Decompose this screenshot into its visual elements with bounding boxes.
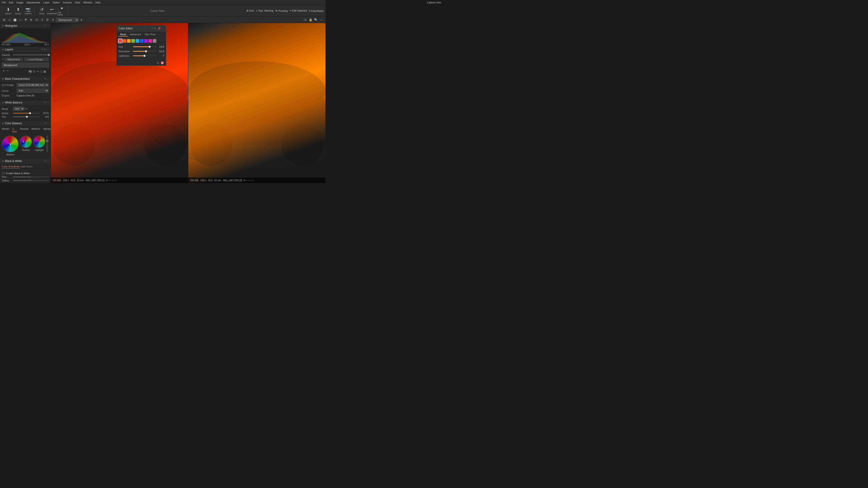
layer-erase-icon[interactable]: ◻ xyxy=(40,70,42,73)
red-slider[interactable] xyxy=(13,176,49,177)
menu-camera[interactable]: Camera xyxy=(63,1,72,4)
midtone-wheel[interactable] xyxy=(2,135,19,153)
add-layer-icon[interactable]: + xyxy=(3,69,5,74)
menu-edit[interactable]: Edit xyxy=(9,1,13,4)
ce-sample-icon[interactable]: 🎯 xyxy=(160,61,164,65)
curve-select[interactable]: Auto xyxy=(17,89,49,93)
remove-layer-icon[interactable]: − xyxy=(6,69,8,74)
wb-tint-slider[interactable] xyxy=(13,116,40,117)
background-layer-item[interactable]: Background xyxy=(2,63,49,68)
base-char-more[interactable]: ··· xyxy=(47,77,49,80)
vert-slider-track[interactable] xyxy=(46,135,48,153)
ce-hue-slider[interactable] xyxy=(133,46,157,47)
ce-saturation-slider[interactable] xyxy=(133,51,157,52)
layer-selector[interactable]: Background xyxy=(56,18,79,22)
grid-view-icon[interactable]: ⊞ xyxy=(2,18,6,22)
menu-window[interactable]: Window xyxy=(84,1,92,4)
ce-tab-skin-tone[interactable]: Skin Tone xyxy=(143,33,157,37)
ce-more-icon[interactable]: ··· xyxy=(162,27,164,30)
square-icon[interactable]: □ xyxy=(18,18,23,22)
wb-help[interactable]: ? xyxy=(44,101,46,104)
wb-eyedropper-icon[interactable]: ✒ xyxy=(25,107,28,110)
layers-edit-icon[interactable]: ✎ xyxy=(44,48,46,51)
ce-pin-icon[interactable]: 📌 xyxy=(158,27,161,30)
shadow-wheel[interactable] xyxy=(20,135,32,148)
swatch-purple[interactable] xyxy=(144,39,148,43)
cb-tab-midtone[interactable]: Midtone xyxy=(31,127,40,133)
layer-camera-icon[interactable]: 📷 xyxy=(29,70,32,73)
single-view-icon[interactable]: ▭ xyxy=(7,18,12,22)
yellow-slider[interactable] xyxy=(13,180,49,181)
adjustment-button[interactable]: Adjustment xyxy=(4,58,23,61)
menu-help[interactable]: Help xyxy=(95,1,101,4)
tag-icon[interactable]: 🏷 xyxy=(34,18,39,22)
bw-tab-color-sensitivity[interactable]: Color Sensitivity xyxy=(2,165,20,168)
menu-file[interactable]: File xyxy=(2,1,6,4)
wand-icon[interactable]: ✦ xyxy=(51,18,55,22)
histogram-help-icon[interactable]: ? xyxy=(44,24,46,27)
vert-slider-handle[interactable] xyxy=(46,140,49,142)
histogram-header[interactable]: ▼ Histogram ? ··· xyxy=(0,23,51,29)
wb-mode-select[interactable]: Shot xyxy=(13,107,24,111)
menu-view[interactable]: View xyxy=(75,1,80,4)
color-balance-header[interactable]: ▼ Color Balance ? ··· xyxy=(0,121,51,126)
auto-adjust-button[interactable]: ✦ Auto Adjust xyxy=(57,6,66,16)
swatch-yellow[interactable] xyxy=(127,39,131,43)
flag-icon[interactable]: ⚑ xyxy=(24,18,28,22)
wb-more[interactable]: ··· xyxy=(47,101,49,104)
capture-button[interactable]: 📷 Capture xyxy=(24,6,33,16)
cb-more[interactable]: ··· xyxy=(47,122,49,125)
swatch-gray[interactable] xyxy=(153,39,156,43)
layer-list-icon[interactable]: ☰ xyxy=(33,70,36,73)
bw-header[interactable]: ▼ Black & White ? ··· xyxy=(0,158,51,164)
luma-range-button[interactable]: Luma Range... xyxy=(24,58,49,61)
right-image-pane[interactable]: ISO 800 1/60 s f/5.6 22 mm IMG_1667.CR3 … xyxy=(188,23,326,183)
import-button[interactable]: ⬇ Import xyxy=(4,6,13,16)
zoom-lock-icon[interactable]: 🔒 xyxy=(308,18,313,22)
undo-redo-button[interactable]: ↩ Undo/Redo xyxy=(47,6,56,16)
layers-more-icon[interactable]: ··· xyxy=(47,48,49,51)
menu-adjustments[interactable]: Adjustments xyxy=(26,1,40,4)
white-balance-header[interactable]: ▼ White Balance ? ··· xyxy=(0,100,51,105)
zoom-icon[interactable]: 🔍 xyxy=(314,18,318,22)
layers-help-icon[interactable]: ? xyxy=(41,48,43,51)
swatch-magenta[interactable] xyxy=(149,39,152,43)
swatch-orange[interactable] xyxy=(123,39,126,43)
bw-more[interactable]: ··· xyxy=(47,160,49,162)
circle-icon[interactable]: ⬤ xyxy=(13,18,17,22)
copy-apply-button[interactable]: ⎘ Copy/Apply xyxy=(309,9,324,12)
exp-warning-button[interactable]: ⚠ Exp. Warning xyxy=(256,9,274,12)
highlight-wheel[interactable] xyxy=(33,135,45,148)
menu-image[interactable]: Image xyxy=(17,1,24,4)
ce-lightness-slider[interactable] xyxy=(133,55,157,56)
ce-tab-basic[interactable]: Basic xyxy=(119,33,128,37)
menu-select[interactable]: Select xyxy=(53,1,60,4)
edit-selected-button[interactable]: ✏ Edit Selected xyxy=(289,9,307,12)
cb-tab-highlight[interactable]: Highlight xyxy=(43,127,51,133)
settings-icon[interactable]: ⚙ xyxy=(45,18,50,22)
grid-button[interactable]: ⊞ Grid xyxy=(246,9,254,12)
star-icon[interactable]: ★ xyxy=(29,18,33,22)
enable-bw-checkbox[interactable] xyxy=(2,172,4,175)
menu-layer[interactable]: Layer xyxy=(43,1,50,4)
layers-header[interactable]: ▼ Layers ? ✎ ··· xyxy=(0,47,51,52)
ce-help-icon[interactable]: ? xyxy=(151,27,153,30)
ce-reset-icon[interactable]: ⟲ xyxy=(157,61,159,65)
ce-tab-advanced[interactable]: Advanced xyxy=(128,33,143,37)
swatch-cyan[interactable] xyxy=(135,39,139,43)
icc-profile-select[interactable]: Canon EOS-M6 Mk2 Generic xyxy=(17,83,49,87)
proofing-button[interactable]: 👁 Proofing xyxy=(275,9,288,12)
histogram-more-icon[interactable]: ··· xyxy=(47,24,49,27)
cb-tab-3way[interactable]: 3-Way xyxy=(12,127,17,133)
cb-help[interactable]: ? xyxy=(44,122,46,125)
swatch-blue[interactable] xyxy=(140,39,144,43)
reset-button[interactable]: ↺ Reset xyxy=(37,6,46,16)
ce-edit-icon[interactable]: ✎ xyxy=(154,27,156,30)
add-layer-button[interactable]: + xyxy=(81,18,83,22)
base-char-help[interactable]: ? xyxy=(44,77,46,80)
layer-mask-icon[interactable]: ▣ xyxy=(43,70,46,73)
swatch-green[interactable] xyxy=(131,39,135,43)
zoom-out-icon[interactable]: — xyxy=(319,18,324,22)
bw-help[interactable]: ? xyxy=(44,160,46,162)
base-characteristics-header[interactable]: ▼ Base Characteristics ? ··· xyxy=(0,76,51,82)
